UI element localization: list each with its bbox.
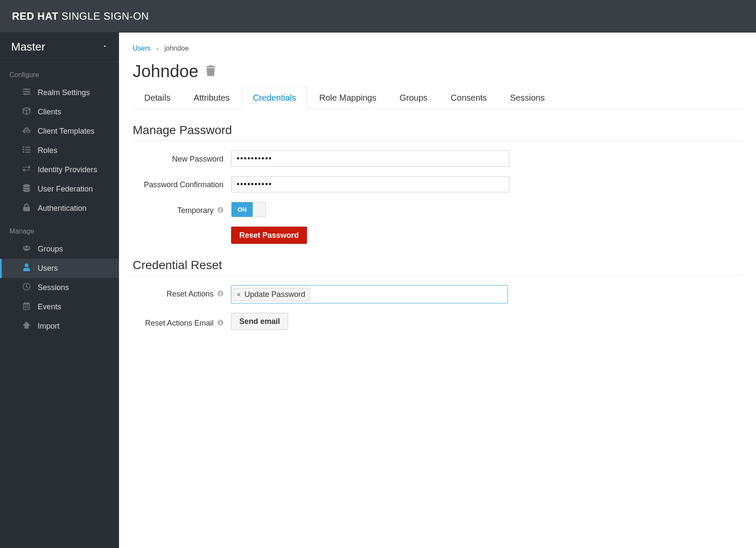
section-credential-reset: Credential Reset — [133, 258, 742, 276]
sidebar-item-groups[interactable]: Groups — [0, 240, 119, 259]
sidebar-item-import[interactable]: Import — [0, 317, 119, 336]
help-icon[interactable] — [217, 320, 223, 326]
cube-icon — [22, 107, 31, 117]
tab-details[interactable]: Details — [133, 87, 182, 109]
chevron-down-icon — [102, 43, 108, 51]
page-title: Johndoe — [133, 62, 198, 81]
temporary-label: Temporary — [177, 206, 214, 215]
database-icon — [22, 184, 31, 194]
user-icon — [22, 264, 31, 273]
sidebar-section-configure: Configure — [0, 62, 119, 83]
breadcrumb-current: johndoe — [164, 45, 189, 52]
temporary-toggle[interactable]: ON — [231, 202, 266, 217]
sidebar-item-client-templates[interactable]: Client Templates — [0, 122, 119, 141]
sidebar-item-sessions[interactable]: Sessions — [0, 278, 119, 297]
realm-name: Master — [11, 40, 45, 54]
cubes-icon — [22, 126, 31, 136]
toggle-knob — [253, 202, 265, 217]
tag-label: Update Password — [244, 290, 305, 299]
sidebar-item-label: Authentication — [38, 204, 86, 213]
sidebar-item-label: Events — [38, 302, 61, 311]
reset-action-tag: Update Password — [233, 288, 310, 301]
sidebar-item-identity-providers[interactable]: Identity Providers — [0, 160, 119, 180]
reset-actions-input[interactable]: Update Password — [231, 285, 508, 303]
tab-attributes[interactable]: Attributes — [182, 87, 241, 109]
breadcrumb-separator-icon: » — [156, 45, 159, 52]
tab-credentials[interactable]: Credentials — [241, 87, 308, 109]
delete-user-button[interactable] — [206, 65, 215, 78]
sidebar-item-label: Roles — [38, 146, 57, 155]
tag-remove-button[interactable] — [236, 292, 241, 297]
breadcrumb: Users » johndoe — [133, 45, 742, 52]
exchange-icon — [22, 165, 31, 175]
sidebar-item-authentication[interactable]: Authentication — [0, 199, 119, 218]
tab-role-mappings[interactable]: Role Mappings — [308, 87, 388, 109]
help-icon[interactable] — [217, 207, 223, 213]
realm-selector[interactable]: Master — [0, 33, 119, 62]
sidebar-item-label: Users — [38, 264, 58, 273]
trash-icon — [206, 65, 215, 76]
sidebar-item-label: Clients — [38, 108, 61, 117]
breadcrumb-parent-link[interactable]: Users — [133, 45, 151, 52]
sidebar-item-label: Import — [38, 322, 60, 331]
tab-groups[interactable]: Groups — [388, 87, 439, 109]
sidebar-item-label: User Federation — [38, 185, 93, 194]
sidebar-item-realm-settings[interactable]: Realm Settings — [0, 83, 119, 102]
sidebar-item-label: Identity Providers — [38, 165, 97, 174]
reset-password-button[interactable]: Reset Password — [231, 227, 307, 244]
sidebar: Master Configure Realm SettingsClientsCl… — [0, 33, 119, 548]
password-confirmation-label: Password Confirmation — [133, 176, 231, 189]
sidebar-item-events[interactable]: Events — [0, 297, 119, 317]
help-icon[interactable] — [217, 290, 223, 296]
sidebar-item-label: Client Templates — [38, 127, 95, 136]
import-icon — [22, 321, 31, 331]
clock-icon — [22, 283, 31, 293]
content: Users » johndoe Johndoe DetailsAttribute… — [119, 33, 756, 548]
topbar: RED HAT SINGLE SIGN-ON — [0, 0, 756, 33]
tab-sessions[interactable]: Sessions — [498, 87, 556, 109]
sidebar-section-manage: Manage — [0, 218, 119, 240]
list-icon — [22, 146, 31, 156]
sidebar-item-users[interactable]: Users — [0, 259, 119, 278]
reset-actions-email-label: Reset Actions Email — [145, 319, 214, 327]
lock-icon — [22, 204, 31, 213]
sidebar-item-roles[interactable]: Roles — [0, 141, 119, 160]
reset-actions-label: Reset Actions — [167, 290, 214, 298]
sidebar-item-clients[interactable]: Clients — [0, 102, 119, 122]
sidebar-item-label: Realm Settings — [38, 88, 90, 97]
send-email-button[interactable]: Send email — [231, 313, 288, 330]
tab-consents[interactable]: Consents — [439, 87, 499, 109]
sidebar-item-label: Sessions — [38, 283, 69, 292]
sliders-icon — [22, 88, 31, 98]
password-confirmation-input[interactable] — [231, 176, 509, 192]
toggle-on-label: ON — [232, 202, 253, 217]
new-password-input[interactable] — [231, 150, 509, 167]
users-icon — [22, 244, 31, 254]
new-password-label: New Password — [133, 150, 231, 164]
section-manage-password: Manage Password — [133, 123, 742, 141]
brand-logo: RED HAT SINGLE SIGN-ON — [12, 10, 149, 22]
tabs: DetailsAttributesCredentialsRole Mapping… — [133, 86, 742, 109]
calendar-icon — [22, 302, 31, 312]
sidebar-item-user-federation[interactable]: User Federation — [0, 180, 119, 199]
sidebar-item-label: Groups — [38, 245, 63, 254]
